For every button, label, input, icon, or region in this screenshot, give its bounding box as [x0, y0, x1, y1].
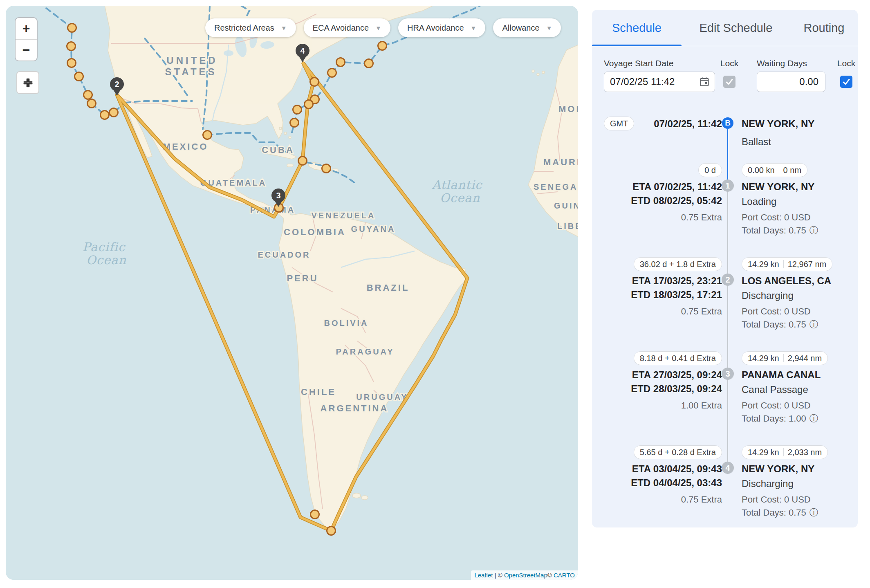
- map-label-mauritania: MAURIT: [543, 157, 578, 167]
- filter-label: ECA Avoidance: [313, 23, 369, 33]
- port-name: NEW YORK, NY: [742, 118, 814, 130]
- stop-marker: 3: [722, 368, 734, 380]
- info-icon[interactable]: ⓘ: [809, 414, 818, 423]
- info-icon[interactable]: ⓘ: [809, 226, 818, 235]
- route-waypoint[interactable]: [327, 527, 336, 535]
- route-waypoint[interactable]: [101, 111, 109, 119]
- tab-edit-schedule[interactable]: Edit Schedule: [682, 10, 790, 46]
- map-label-mexico: MEXICO: [163, 141, 209, 152]
- timeline-axis: [727, 286, 728, 351]
- timeline-stop-row: 0 d 0.00 kn0 nm 1 ETA 07/02/25, 11:42 ET…: [604, 163, 846, 257]
- tab-schedule[interactable]: Schedule: [592, 10, 682, 46]
- route-waypoint[interactable]: [68, 24, 76, 32]
- map-label-atlantic-ocean: Ocean: [440, 191, 480, 205]
- route-waypoint[interactable]: [322, 164, 331, 173]
- stop-extra-days: 1.00 Extra: [681, 400, 722, 411]
- total-days: Total Days: 1.00 ⓘ: [742, 413, 818, 424]
- schedule-timeline: GMT 07/02/25, 11:42 B NEW YORK, NY Balla…: [604, 117, 846, 527]
- stop-eta: ETA 17/03/25, 23:21: [632, 275, 722, 287]
- map-zoom-control: + −: [15, 17, 38, 61]
- route-waypoint[interactable]: [310, 78, 319, 86]
- route-waypoint[interactable]: [67, 59, 76, 67]
- filter-label: HRA Avoidance: [407, 23, 464, 33]
- map-label-guyana: GUYANA: [351, 224, 396, 233]
- zoom-in-button[interactable]: +: [16, 18, 37, 40]
- route-waypoint[interactable]: [110, 108, 118, 117]
- timeline-axis: [727, 351, 728, 368]
- calendar-icon[interactable]: [699, 76, 710, 87]
- filter-restricted-areas[interactable]: Restricted Areas ▼: [205, 18, 296, 37]
- tab-routing[interactable]: Routing: [790, 10, 858, 46]
- info-icon[interactable]: ⓘ: [809, 320, 818, 329]
- route-waypoint[interactable]: [378, 42, 387, 50]
- fit-bounds-button[interactable]: [16, 71, 39, 94]
- waiting-days-input[interactable]: [763, 76, 819, 88]
- chevron-down-icon: ▼: [471, 25, 477, 31]
- chevron-down-icon: ▼: [375, 25, 381, 31]
- voyage-start-date-input[interactable]: [609, 76, 693, 88]
- info-icon[interactable]: ⓘ: [809, 508, 818, 517]
- map-attribution: Leaflet | © OpenStreetMap© CARTO: [471, 570, 578, 580]
- map-container[interactable]: UNITED STATES MEXICO CUBA GUATEMALA PANA…: [6, 6, 578, 580]
- filter-allowance[interactable]: Allowance ▼: [493, 18, 561, 37]
- port-cost: Port Cost: 0 USD: [742, 306, 811, 317]
- stop-eta: ETA 27/03/25, 09:24: [632, 369, 722, 381]
- waiting-days-label: Waiting Days: [757, 58, 807, 68]
- map-label-united-states: STATES: [165, 66, 217, 77]
- timeline-axis: [727, 163, 728, 180]
- stop-marker: 2: [722, 274, 734, 286]
- panel-tabs: Schedule Edit Schedule Routing: [592, 10, 858, 46]
- route-waypoint[interactable]: [87, 99, 96, 108]
- leaflet-link[interactable]: Leaflet: [474, 572, 493, 579]
- map-label-liberia: LIBER: [557, 222, 578, 231]
- start-marker: B: [722, 117, 733, 129]
- voyage-start-lock-checkbox[interactable]: [723, 76, 735, 88]
- route-waypoint[interactable]: [290, 119, 299, 127]
- carto-link[interactable]: CARTO: [554, 572, 575, 579]
- operation-type: Loading: [742, 196, 776, 207]
- leg-speed-distance-badge: 14.29 kn2,033 nm: [742, 445, 828, 459]
- timeline-axis: [727, 257, 728, 274]
- map-label-peru: PERU: [287, 273, 318, 283]
- route-waypoint[interactable]: [75, 72, 83, 81]
- zoom-out-button[interactable]: −: [16, 40, 37, 61]
- route-waypoint[interactable]: [67, 42, 76, 51]
- timeline-start-row: GMT 07/02/25, 11:42 B NEW YORK, NY Balla…: [604, 117, 846, 163]
- chevron-down-icon: ▼: [546, 25, 552, 31]
- collapse-arrows-icon: [22, 77, 34, 88]
- svg-text:2: 2: [114, 80, 119, 89]
- map-label-brazil: BRAZIL: [367, 283, 410, 293]
- filter-eca-avoidance[interactable]: ECA Avoidance ▼: [304, 18, 390, 37]
- route-waypoint[interactable]: [365, 59, 373, 68]
- route-waypoint[interactable]: [298, 157, 307, 165]
- voyage-start-date-field[interactable]: [604, 72, 715, 92]
- waiting-days-field[interactable]: [757, 72, 825, 92]
- route-waypoint[interactable]: [336, 58, 345, 67]
- operation-type: Discharging: [742, 290, 794, 301]
- osm-link[interactable]: OpenStreetMap: [504, 572, 547, 579]
- filter-label: Allowance: [502, 23, 539, 33]
- route-waypoint[interactable]: [203, 131, 212, 139]
- map-label-pacific-ocean: Ocean: [86, 253, 126, 267]
- route-waypoint[interactable]: [84, 91, 92, 99]
- leg-duration-badge: 0 d: [698, 163, 722, 177]
- map-label-pacific-ocean: Pacific: [83, 240, 126, 254]
- route-waypoint[interactable]: [328, 69, 336, 77]
- route-waypoint[interactable]: [311, 510, 319, 519]
- port-cost: Port Cost: 0 USD: [742, 212, 811, 223]
- operation-type: Ballast: [742, 136, 771, 148]
- map-label-argentina: ARGENTINA: [321, 403, 389, 413]
- route-waypoint[interactable]: [293, 105, 302, 114]
- stop-etd: ETD 08/02/25, 05:42: [631, 195, 722, 206]
- port-name: LOS ANGELES, CA: [742, 275, 831, 287]
- stop-eta: ETA 07/02/25, 11:42: [632, 181, 722, 193]
- leg-duration-badge: 36.02 d + 1.8 d Extra: [634, 257, 722, 271]
- map-canvas[interactable]: UNITED STATES MEXICO CUBA GUATEMALA PANA…: [6, 6, 578, 580]
- chevron-down-icon: ▼: [281, 25, 287, 31]
- stop-eta: ETA 03/04/25, 09:43: [632, 463, 722, 475]
- stop-extra-days: 0.75 Extra: [681, 306, 722, 317]
- filter-hra-avoidance[interactable]: HRA Avoidance ▼: [398, 18, 485, 37]
- map-label-colombia: COLOMBIA: [284, 227, 346, 237]
- route-waypoint[interactable]: [305, 100, 313, 109]
- waiting-days-lock-checkbox[interactable]: [840, 76, 852, 88]
